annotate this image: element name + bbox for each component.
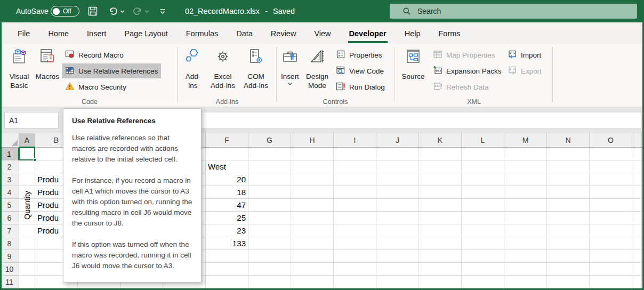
cell-G8[interactable] bbox=[248, 237, 291, 250]
cell-partial-1[interactable] bbox=[632, 148, 642, 160]
cell-H2[interactable] bbox=[291, 160, 334, 173]
row-header-2[interactable]: 2 bbox=[0, 160, 19, 173]
tab-formulas[interactable]: Formulas bbox=[177, 22, 227, 44]
insert-control-button[interactable]: Insert bbox=[278, 46, 302, 96]
cell-M6[interactable] bbox=[504, 212, 547, 224]
cell-N10[interactable] bbox=[547, 263, 590, 276]
cell-A2[interactable] bbox=[19, 160, 35, 173]
cell-I9[interactable] bbox=[334, 250, 376, 263]
cell-I2[interactable] bbox=[334, 160, 376, 173]
cell-I7[interactable] bbox=[334, 224, 376, 237]
cell-J8[interactable] bbox=[376, 237, 419, 250]
cell-L10[interactable] bbox=[462, 263, 504, 276]
cell-O11[interactable] bbox=[590, 276, 632, 288]
cell-I3[interactable] bbox=[334, 173, 376, 186]
cell-K4[interactable] bbox=[419, 186, 462, 199]
cell-F11[interactable] bbox=[206, 276, 248, 288]
tab-forms[interactable]: Forms bbox=[430, 22, 470, 44]
view-code-button[interactable]: View Code bbox=[333, 63, 387, 78]
source-button[interactable]: Source bbox=[399, 46, 428, 96]
cell-partial-5[interactable] bbox=[632, 199, 642, 212]
cell-partial-7[interactable] bbox=[632, 224, 642, 237]
cell-G10[interactable] bbox=[248, 263, 291, 276]
cell-O6[interactable] bbox=[590, 212, 632, 224]
tab-insert[interactable]: Insert bbox=[78, 22, 115, 44]
cell-partial-10[interactable] bbox=[632, 263, 642, 276]
cell-L8[interactable] bbox=[462, 237, 504, 250]
cell-F2[interactable]: West bbox=[206, 160, 248, 173]
cell-K5[interactable] bbox=[419, 199, 462, 212]
cell-F8[interactable]: 133 bbox=[206, 237, 248, 250]
cell-H7[interactable] bbox=[291, 224, 334, 237]
cell-G11[interactable] bbox=[248, 276, 291, 288]
cell-N1[interactable] bbox=[547, 148, 590, 160]
cell-F10[interactable] bbox=[206, 263, 248, 276]
cell-partial-6[interactable] bbox=[632, 212, 642, 224]
import-button[interactable]: Import bbox=[504, 47, 544, 62]
cell-N7[interactable] bbox=[547, 224, 590, 237]
cell-N3[interactable] bbox=[547, 173, 590, 186]
column-header-G[interactable]: G bbox=[248, 133, 291, 148]
cell-A3[interactable] bbox=[19, 173, 35, 186]
cell-A6[interactable] bbox=[19, 212, 35, 224]
cell-G6[interactable] bbox=[248, 212, 291, 224]
cell-O9[interactable] bbox=[590, 250, 632, 263]
cell-M4[interactable] bbox=[504, 186, 547, 199]
cell-A4[interactable] bbox=[19, 186, 35, 199]
cell-J11[interactable] bbox=[376, 276, 419, 288]
cell-H6[interactable] bbox=[291, 212, 334, 224]
cell-G2[interactable] bbox=[248, 160, 291, 173]
cell-F7[interactable]: 23 bbox=[206, 224, 248, 237]
cell-J10[interactable] bbox=[376, 263, 419, 276]
column-header-I[interactable]: I bbox=[334, 133, 376, 148]
name-box[interactable] bbox=[4, 112, 59, 128]
cell-M5[interactable] bbox=[504, 199, 547, 212]
cell-O1[interactable] bbox=[590, 148, 632, 160]
excel-add-ins-button[interactable]: Excel Add-ins bbox=[207, 46, 239, 96]
row-header-5[interactable]: 5 bbox=[0, 199, 19, 212]
column-header-K[interactable]: K bbox=[419, 133, 462, 148]
cell-J4[interactable] bbox=[376, 186, 419, 199]
cell-M8[interactable] bbox=[504, 237, 547, 250]
cell-H10[interactable] bbox=[291, 263, 334, 276]
cell-O5[interactable] bbox=[590, 199, 632, 212]
row-header-9[interactable]: 9 bbox=[0, 250, 19, 263]
cell-H8[interactable] bbox=[291, 237, 334, 250]
cell-I1[interactable] bbox=[334, 148, 376, 160]
add-ins-button[interactable]: Add- ins bbox=[180, 46, 206, 96]
row-header-10[interactable]: 10 bbox=[0, 263, 19, 276]
cell-partial-3[interactable] bbox=[632, 173, 642, 186]
cell-O7[interactable] bbox=[590, 224, 632, 237]
cell-J5[interactable] bbox=[376, 199, 419, 212]
cell-L7[interactable] bbox=[462, 224, 504, 237]
cell-M2[interactable] bbox=[504, 160, 547, 173]
column-header-H[interactable]: H bbox=[291, 133, 334, 148]
cell-N6[interactable] bbox=[547, 212, 590, 224]
tab-home[interactable]: Home bbox=[39, 22, 78, 44]
cell-partial-9[interactable] bbox=[632, 250, 642, 263]
macros-button[interactable]: Macros bbox=[34, 46, 61, 96]
cell-G9[interactable] bbox=[248, 250, 291, 263]
cell-J7[interactable] bbox=[376, 224, 419, 237]
cell-F5[interactable]: 47 bbox=[206, 199, 248, 212]
row-header-7[interactable]: 7 bbox=[0, 224, 19, 237]
select-all-corner[interactable] bbox=[0, 133, 19, 148]
tab-review[interactable]: Review bbox=[262, 22, 305, 44]
cell-M11[interactable] bbox=[504, 276, 547, 288]
cell-G4[interactable] bbox=[248, 186, 291, 199]
visual-basic-button[interactable]: Visual Basic bbox=[5, 46, 33, 96]
cell-J2[interactable] bbox=[376, 160, 419, 173]
cell-J9[interactable] bbox=[376, 250, 419, 263]
cell-K7[interactable] bbox=[419, 224, 462, 237]
cell-partial-2[interactable] bbox=[632, 160, 642, 173]
cell-M7[interactable] bbox=[504, 224, 547, 237]
tab-page-layout[interactable]: Page Layout bbox=[115, 22, 176, 44]
cell-O4[interactable] bbox=[590, 186, 632, 199]
row-header-4[interactable]: 4 bbox=[0, 186, 19, 199]
cell-L9[interactable] bbox=[462, 250, 504, 263]
cell-O10[interactable] bbox=[590, 263, 632, 276]
expansion-packs-button[interactable]: Expansion Packs bbox=[430, 63, 505, 78]
cell-partial-11[interactable] bbox=[632, 276, 642, 288]
search-input[interactable] bbox=[417, 7, 609, 15]
column-header-J[interactable]: J bbox=[376, 133, 419, 148]
